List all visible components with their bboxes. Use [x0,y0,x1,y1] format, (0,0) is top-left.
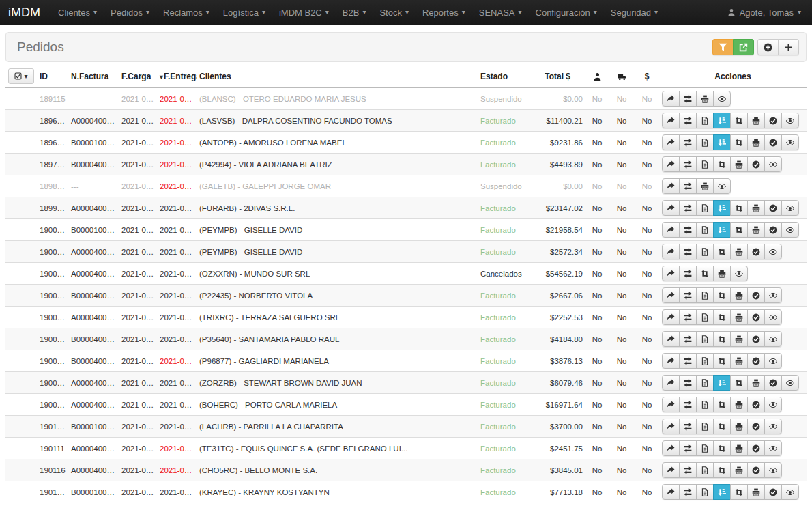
check-circle-action-button[interactable] [747,156,765,172]
sort-amount-action-button[interactable] [713,113,731,128]
share-forward-action-button[interactable] [662,91,680,107]
add-button[interactable] [778,39,799,55]
document-action-button[interactable] [696,397,714,412]
share-forward-action-button[interactable] [662,309,680,325]
check-circle-action-button[interactable] [764,375,782,391]
view-action-button[interactable] [764,287,782,303]
view-action-button[interactable] [764,419,782,434]
document-action-button[interactable] [696,440,714,456]
repeat-action-button[interactable] [713,419,731,434]
share-forward-action-button[interactable] [662,200,680,216]
print-action-button[interactable] [730,156,748,172]
view-action-button[interactable] [764,397,782,412]
print-action-button[interactable] [747,200,765,216]
print-action-button[interactable] [730,287,748,303]
column-header-estado[interactable]: Estado [478,66,525,88]
print-action-button[interactable] [696,178,714,194]
document-action-button[interactable] [696,484,714,500]
check-circle-action-button[interactable] [764,484,782,500]
share-forward-action-button[interactable] [662,353,680,369]
repeat-action-button[interactable] [696,266,714,281]
print-action-button[interactable] [713,266,731,281]
view-action-button[interactable] [764,331,782,347]
share-forward-action-button[interactable] [662,375,680,391]
column-header-fcarga[interactable]: F.Carga [119,66,157,88]
exchange-action-button[interactable] [679,178,697,194]
share-forward-action-button[interactable] [662,156,680,172]
check-circle-action-button[interactable] [747,287,765,303]
print-action-button[interactable] [730,462,748,478]
repeat-action-button[interactable] [730,222,748,238]
print-action-button[interactable] [730,419,748,434]
share-forward-action-button[interactable] [662,178,680,194]
view-action-button[interactable] [764,440,782,456]
exchange-action-button[interactable] [679,134,697,150]
exchange-action-button[interactable] [679,91,697,107]
sort-amount-action-button[interactable] [713,222,731,238]
check-circle-action-button[interactable] [747,397,765,412]
export-button[interactable] [733,39,754,55]
view-action-button[interactable] [764,353,782,369]
nav-menu-item-b2b[interactable]: B2B ▾ [336,0,373,25]
check-circle-action-button[interactable] [747,419,765,434]
nav-menu-item-seguridad[interactable]: Seguridad ▾ [604,0,665,25]
sort-amount-action-button[interactable] [713,200,731,216]
repeat-action-button[interactable] [730,113,748,128]
check-circle-action-button[interactable] [764,200,782,216]
exchange-action-button[interactable] [679,266,697,281]
check-circle-action-button[interactable] [747,244,765,259]
view-action-button[interactable] [781,113,799,128]
exchange-action-button[interactable] [679,113,697,128]
print-action-button[interactable] [730,244,748,259]
column-header-truck[interactable] [609,66,635,88]
document-action-button[interactable] [696,200,714,216]
brand-logo[interactable]: iMDM [0,5,51,20]
column-header-factura[interactable]: N.Factura [68,66,119,88]
check-circle-action-button[interactable] [764,222,782,238]
exchange-action-button[interactable] [679,462,697,478]
exchange-action-button[interactable] [679,353,697,369]
check-circle-action-button[interactable] [747,309,765,325]
exchange-action-button[interactable] [679,244,697,259]
document-action-button[interactable] [696,156,714,172]
nav-menu-item-stock[interactable]: Stock ▾ [373,0,416,25]
print-action-button[interactable] [747,222,765,238]
share-forward-action-button[interactable] [662,134,680,150]
column-header-id[interactable]: ID [37,66,68,88]
nav-menu-item-imdm-b2c[interactable]: iMDM B2C ▾ [272,0,336,25]
repeat-action-button[interactable] [713,397,731,412]
share-forward-action-button[interactable] [662,287,680,303]
nav-menu-item-configuraci-n[interactable]: Configuración ▾ [529,0,604,25]
column-header-total[interactable]: Total $ [525,66,585,88]
print-action-button[interactable] [696,91,714,107]
sort-amount-action-button[interactable] [713,484,731,500]
share-forward-action-button[interactable] [662,462,680,478]
sort-amount-action-button[interactable] [713,134,731,150]
share-forward-action-button[interactable] [662,244,680,259]
repeat-action-button[interactable] [713,287,731,303]
document-action-button[interactable] [696,462,714,478]
print-action-button[interactable] [730,440,748,456]
view-action-button[interactable] [781,222,799,238]
check-circle-action-button[interactable] [747,331,765,347]
check-circle-action-button[interactable] [747,440,765,456]
exchange-action-button[interactable] [679,375,697,391]
exchange-action-button[interactable] [679,484,697,500]
nav-menu-item-log-stica[interactable]: Logística ▾ [216,0,272,25]
exchange-action-button[interactable] [679,331,697,347]
nav-menu-item-clientes[interactable]: Clientes ▾ [51,0,104,25]
check-circle-action-button[interactable] [747,462,765,478]
repeat-action-button[interactable] [713,462,731,478]
check-circle-action-button[interactable] [747,353,765,369]
view-action-button[interactable] [764,462,782,478]
check-circle-action-button[interactable] [764,134,782,150]
share-forward-action-button[interactable] [662,397,680,412]
view-action-button[interactable] [764,309,782,325]
repeat-action-button[interactable] [713,440,731,456]
view-action-button[interactable] [764,244,782,259]
exchange-action-button[interactable] [679,222,697,238]
exchange-action-button[interactable] [679,440,697,456]
document-action-button[interactable] [696,222,714,238]
exchange-action-button[interactable] [679,397,697,412]
document-action-button[interactable] [696,244,714,259]
